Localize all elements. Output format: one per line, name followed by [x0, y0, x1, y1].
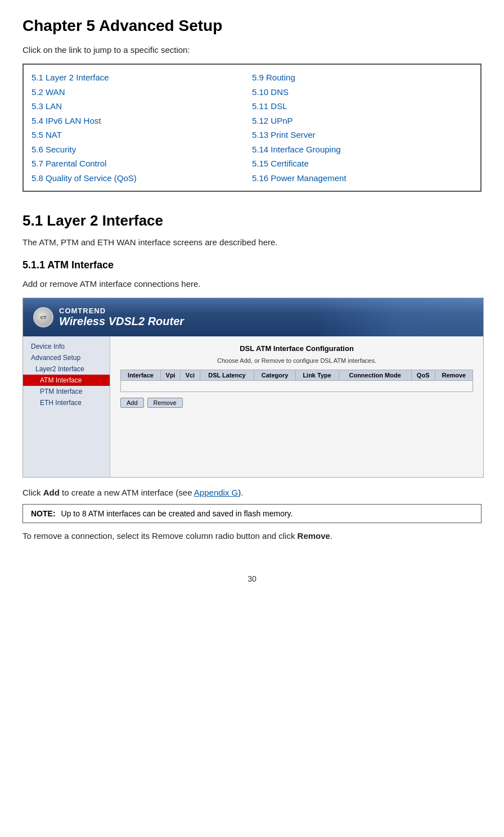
router-header: CT COMTREND Wireless VDSL2 Router	[23, 298, 483, 336]
remove-text: To remove a connection, select its Remov…	[22, 531, 482, 541]
toc-link-5-16[interactable]: 5.16 Power Management	[252, 171, 472, 186]
router-content-area: DSL ATM Interface Configuration Choose A…	[110, 336, 483, 478]
section-5-1-1-desc: Add or remove ATM interface connections …	[22, 279, 482, 289]
toc-link-5-14[interactable]: 5.14 Interface Grouping	[252, 142, 472, 157]
sidebar-item-eth-interface[interactable]: ETH Interface	[23, 397, 110, 408]
sidebar-item-device-info[interactable]: Device Info	[23, 341, 110, 352]
table-header-qos: QoS	[411, 370, 435, 381]
section-5-1-1-heading: 5.1.1 ATM Interface	[22, 259, 482, 271]
toc-link-5-8[interactable]: 5.8 Quality of Service (QoS)	[32, 171, 252, 186]
remove-bold: Remove	[298, 531, 330, 541]
table-header-connection-mode: Connection Mode	[339, 370, 411, 381]
remove-button[interactable]: Remove	[147, 398, 183, 408]
router-sidebar: Device InfoAdvanced SetupLayer2 Interfac…	[23, 336, 110, 478]
section-5-1-desc: The ATM, PTM and ETH WAN interface scree…	[22, 237, 482, 247]
router-screenshot: CT COMTREND Wireless VDSL2 Router Device…	[22, 298, 484, 478]
router-buttons: AddRemove	[120, 398, 473, 408]
router-content-subtitle: Choose Add, or Remove to configure DSL A…	[120, 357, 473, 364]
toc-link-5-3[interactable]: 5.3 LAN	[32, 99, 252, 114]
brand-text: COMTREND	[59, 307, 106, 315]
model-text: Wireless VDSL2 Router	[59, 315, 184, 328]
toc-table: 5.1 Layer 2 Interface5.2 WAN5.3 LAN5.4 I…	[22, 64, 482, 192]
toc-link-5-9[interactable]: 5.9 Routing	[252, 70, 472, 85]
router-content-title: DSL ATM Interface Configuration	[120, 344, 473, 353]
table-header-dsl-latency: DSL Latency	[200, 370, 254, 381]
remove-before: To remove a connection, select its Remov…	[22, 531, 298, 541]
note-label: NOTE:	[31, 509, 56, 518]
note-box: NOTE: Up to 8 ATM interfaces can be crea…	[22, 504, 482, 523]
header-decor	[314, 298, 483, 336]
table-header-remove: Remove	[435, 370, 472, 381]
table-header-vpi: Vpi	[161, 370, 181, 381]
section-5-1-heading: 5.1 Layer 2 Interface	[22, 212, 482, 230]
toc-link-5-13[interactable]: 5.13 Print Server	[252, 128, 472, 142]
toc-link-5-10[interactable]: 5.10 DNS	[252, 85, 472, 100]
sidebar-item-layer2-interface[interactable]: Layer2 Interface	[23, 363, 110, 375]
appendix-g-link[interactable]: Appendix G	[194, 488, 238, 497]
sidebar-item-atm-interface[interactable]: ATM Interface	[23, 375, 110, 386]
toc-link-5-5[interactable]: 5.5 NAT	[32, 128, 252, 142]
toc-link-5-4[interactable]: 5.4 IPv6 LAN Host	[32, 114, 252, 128]
add-button[interactable]: Add	[120, 398, 144, 408]
intro-text: Click on the link to jump to a specific …	[22, 45, 482, 55]
router-body: Device InfoAdvanced SetupLayer2 Interfac…	[23, 336, 483, 478]
router-logo-area: COMTREND Wireless VDSL2 Router	[59, 307, 184, 328]
toc-link-5-1[interactable]: 5.1 Layer 2 Interface	[32, 70, 252, 85]
click-after: to create a new ATM interface (see	[60, 488, 194, 497]
toc-right-col: 5.9 Routing5.10 DNS5.11 DSL5.12 UPnP5.13…	[252, 70, 472, 185]
click-add-text: Click Add to create a new ATM interface …	[22, 488, 482, 497]
toc-link-5-15[interactable]: 5.15 Certificate	[252, 156, 472, 171]
table-header-interface: Interface	[121, 370, 161, 381]
note-text: Up to 8 ATM interfaces can be created an…	[61, 509, 293, 518]
add-bold: Add	[43, 488, 60, 497]
sidebar-item-advanced-setup[interactable]: Advanced Setup	[23, 352, 110, 363]
table-header-category: Category	[254, 370, 295, 381]
page-number: 30	[22, 574, 482, 583]
comtrend-logo: CT	[33, 307, 53, 327]
table-header-vci: Vci	[181, 370, 200, 381]
sidebar-item-ptm-interface[interactable]: PTM Interface	[23, 386, 110, 397]
table-header-link-type: Link Type	[295, 370, 339, 381]
click-end: ).	[238, 488, 243, 497]
toc-link-5-7[interactable]: 5.7 Parental Control	[32, 156, 252, 171]
toc-left-col: 5.1 Layer 2 Interface5.2 WAN5.3 LAN5.4 I…	[32, 70, 252, 185]
toc-link-5-2[interactable]: 5.2 WAN	[32, 85, 252, 100]
toc-link-5-12[interactable]: 5.12 UPnP	[252, 114, 472, 128]
toc-link-5-11[interactable]: 5.11 DSL	[252, 99, 472, 114]
remove-end: .	[330, 531, 332, 541]
atm-table: InterfaceVpiVciDSL LatencyCategoryLink T…	[120, 370, 473, 392]
toc-link-5-6[interactable]: 5.6 Security	[32, 142, 252, 157]
click-before: Click	[22, 488, 43, 497]
page-title: Chapter 5 Advanced Setup	[22, 17, 482, 35]
